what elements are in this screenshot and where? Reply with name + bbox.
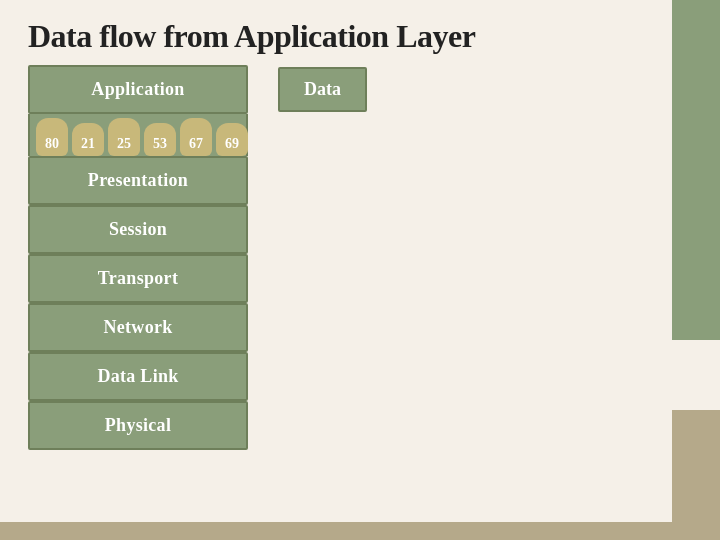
deco-bottom-bar [0,522,672,540]
deco-right-bottom [672,410,720,540]
layer-session: Session [28,205,248,254]
slide: Data flow from Application Layer Applica… [0,0,720,540]
layer-datalink: Data Link [28,352,248,401]
data-pill-69: 69 [216,123,248,156]
data-pill-53: 53 [144,123,176,156]
layer-network: Network [28,303,248,352]
data-pill-80: 80 [36,118,68,156]
data-label-box: Data [278,67,367,112]
layers-column: Application 80 21 25 53 67 69 Presentati… [28,65,248,450]
right-section: Data [278,65,367,112]
layer-presentation: Presentation [28,156,248,205]
layer-transport: Transport [28,254,248,303]
layer-application: Application [28,65,248,114]
deco-right-top [672,0,720,340]
data-pill-21: 21 [72,123,104,156]
content-area: Application 80 21 25 53 67 69 Presentati… [0,65,720,450]
slide-title: Data flow from Application Layer [0,0,720,65]
data-pill-67: 67 [180,118,212,156]
data-pill-25: 25 [108,118,140,156]
data-numbers-row: 80 21 25 53 67 69 [28,114,248,156]
layer-physical: Physical [28,401,248,450]
